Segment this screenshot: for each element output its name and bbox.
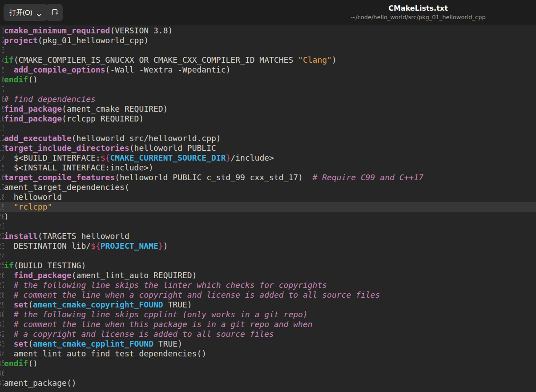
code-line[interactable]: 36 (0, 368, 536, 378)
code-line-text: ament_package() (4, 378, 536, 388)
code-line[interactable]: 15 $<INSTALL_INTERFACE:include>) (0, 163, 536, 173)
line-number: 7 (0, 85, 4, 94)
line-number: 32 (0, 329, 4, 339)
line-number: 14 (0, 153, 4, 163)
code-line-text (4, 124, 536, 133)
document-title: CMakeLists.txt (351, 4, 485, 13)
line-number: 37 (0, 378, 4, 388)
code-line-text (4, 85, 536, 94)
code-line[interactable]: 6endif() (0, 75, 536, 85)
code-line[interactable]: 17ament_target_dependencies( (0, 182, 536, 192)
code-line[interactable]: 3 (0, 45, 536, 55)
code-line-text: set(ament_cmake_copyright_FOUND TRUE) (4, 300, 536, 310)
line-number: 33 (0, 339, 4, 349)
line-number: 8 (0, 94, 4, 104)
line-number: 13 (0, 143, 4, 153)
code-line-text (4, 45, 536, 55)
line-number: 1 (0, 26, 4, 36)
code-line-text: install(TARGETS helloworld (4, 231, 536, 241)
line-number: 25 (0, 261, 4, 271)
line-number: 20 (0, 212, 4, 222)
line-number: 18 (0, 192, 4, 202)
line-number: 4 (0, 55, 4, 65)
document-path: ~/code/hello_world/src/pkg_01_helloworld… (351, 14, 485, 21)
line-number: 31 (0, 319, 4, 329)
code-line[interactable]: 37ament_package() (0, 378, 536, 388)
line-number: 34 (0, 349, 4, 359)
code-line[interactable]: 8# find dependencies (0, 94, 536, 104)
chevron-down-icon (36, 11, 42, 14)
code-line[interactable]: 7 (0, 85, 536, 94)
code-line[interactable]: 19 "rclcpp" (0, 202, 536, 212)
code-line-text: "rclcpp" (4, 202, 536, 212)
line-number: 6 (0, 75, 4, 85)
code-line-text (4, 222, 536, 231)
code-line-text: # a copyright and license is added to al… (4, 329, 536, 339)
code-line[interactable]: 16target_compile_features(helloworld PUB… (0, 173, 536, 182)
code-line[interactable]: 24 (0, 251, 536, 261)
code-line-text: add_executable(helloworld src/helloworld… (4, 133, 536, 143)
code-line-text: $<INSTALL_INTERFACE:include>) (4, 163, 536, 173)
code-line[interactable]: 26 find_package(ament_lint_auto REQUIRED… (0, 271, 536, 280)
code-line-text: # find dependencies (4, 94, 536, 104)
code-line[interactable]: 5 add_compile_options(-Wall -Wextra -Wpe… (0, 65, 536, 75)
code-line[interactable]: 30 # the following line skips cpplint (o… (0, 310, 536, 319)
code-line-text: helloworld (4, 192, 536, 202)
code-line[interactable]: 14 $<BUILD_INTERFACE:${CMAKE_CURRENT_SOU… (0, 153, 536, 163)
code-line[interactable]: 10find_package(rclcpp REQUIRED) (0, 114, 536, 124)
code-line-text: if(CMAKE_COMPILER_IS_GNUCXX OR CMAKE_CXX… (4, 55, 536, 65)
code-line[interactable]: 35endif() (0, 359, 536, 368)
code-line-text: find_package(ament_cmake REQUIRED) (4, 104, 536, 114)
line-number: 36 (0, 368, 4, 378)
code-line[interactable]: 13target_include_directories(helloworld … (0, 143, 536, 153)
code-line[interactable]: 33 set(ament_cmake_cpplint_FOUND TRUE) (0, 339, 536, 349)
code-line[interactable]: 28 # comment the line when a copyright a… (0, 290, 536, 300)
code-line-text: find_package(ament_lint_auto REQUIRED) (4, 271, 536, 280)
code-line[interactable]: 29 set(ament_cmake_copyright_FOUND TRUE) (0, 300, 536, 310)
code-line[interactable]: 27 # the following line skips the linter… (0, 280, 536, 290)
code-line-text: target_compile_features(helloworld PUBLI… (4, 173, 536, 182)
code-line[interactable]: 4if(CMAKE_COMPILER_IS_GNUCXX OR CMAKE_CX… (0, 55, 536, 65)
code-line[interactable]: 20) (0, 212, 536, 222)
line-number: 10 (0, 114, 4, 124)
code-line-text: find_package(rclcpp REQUIRED) (4, 114, 536, 124)
code-line[interactable]: 9find_package(ament_cmake REQUIRED) (0, 104, 536, 114)
line-number: 30 (0, 310, 4, 319)
code-line-text: endif() (4, 359, 536, 368)
line-number: 15 (0, 163, 4, 173)
code-line[interactable]: 32 # a copyright and license is added to… (0, 329, 536, 339)
code-line[interactable]: 18 helloworld (0, 192, 536, 202)
code-line[interactable]: 22install(TARGETS helloworld (0, 231, 536, 241)
code-line-text: target_include_directories(helloworld PU… (4, 143, 536, 153)
code-line-text: set(ament_cmake_cpplint_FOUND TRUE) (4, 339, 536, 349)
line-number: 24 (0, 251, 4, 261)
code-line-text: ament_target_dependencies( (4, 182, 536, 192)
code-line-text: # the following line skips the linter wh… (4, 280, 536, 290)
code-area[interactable]: 1cmake_minimum_required(VERSION 3.8)2pro… (0, 25, 536, 388)
code-line-text: # the following line skips cpplint (only… (4, 310, 536, 319)
code-line[interactable]: 21 (0, 222, 536, 231)
code-line[interactable]: 23 DESTINATION lib/${PROJECT_NAME}) (0, 241, 536, 251)
line-number: 9 (0, 104, 4, 114)
line-number: 22 (0, 231, 4, 241)
code-line-text: endif() (4, 75, 536, 85)
code-line[interactable]: 2project(pkg_01_helloworld_cpp) (0, 36, 536, 45)
line-number: 23 (0, 241, 4, 251)
line-number: 5 (0, 65, 4, 75)
open-button[interactable]: 打开(O) (4, 4, 48, 21)
new-tab-button[interactable] (46, 4, 63, 21)
line-number: 16 (0, 173, 4, 182)
tab-new-icon (51, 8, 59, 17)
code-line[interactable]: 11 (0, 124, 536, 133)
code-line[interactable]: 1cmake_minimum_required(VERSION 3.8) (0, 26, 536, 36)
line-number: 19 (0, 202, 4, 212)
window-title-block: CMakeLists.txt ~/code/hello_world/src/pk… (351, 4, 485, 21)
line-number: 26 (0, 271, 4, 280)
code-line[interactable]: 12add_executable(helloworld src/hellowor… (0, 133, 536, 143)
header-bar: 打开(O) CMakeLists.txt ~/code/hello_world/… (0, 0, 536, 25)
line-number: 17 (0, 182, 4, 192)
code-line[interactable]: 34 ament_lint_auto_find_test_dependencie… (0, 349, 536, 359)
code-line[interactable]: 25if(BUILD_TESTING) (0, 261, 536, 271)
line-number: 11 (0, 124, 4, 133)
code-line[interactable]: 31 # comment the line when this package … (0, 319, 536, 329)
